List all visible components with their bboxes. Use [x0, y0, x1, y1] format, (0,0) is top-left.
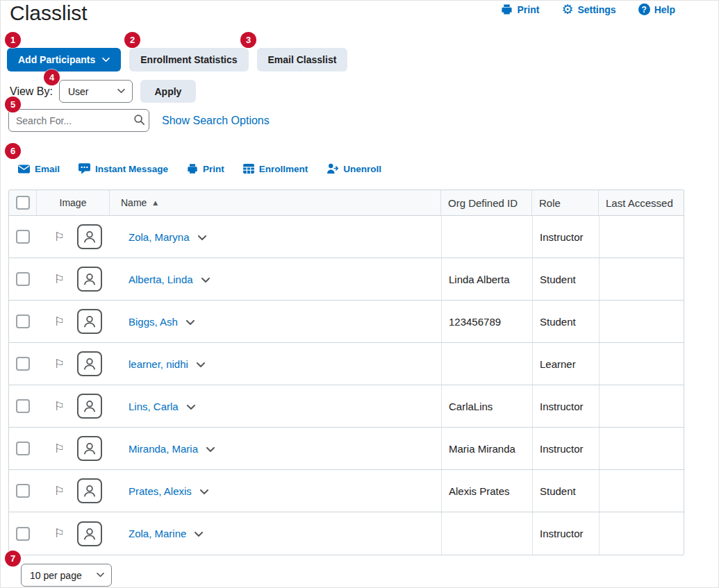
- participant-name-link[interactable]: Prates, Alexis: [129, 485, 192, 497]
- participant-name-link[interactable]: Zola, Maryna: [129, 231, 190, 243]
- header-name-label: Name: [121, 197, 147, 208]
- email-classlist-button[interactable]: Email Classlist: [257, 48, 348, 72]
- chevron-down-icon[interactable]: [206, 445, 215, 453]
- last-accessed-cell: [599, 343, 685, 385]
- header-image: Image: [37, 190, 110, 215]
- row-checkbox-cell: [9, 258, 37, 300]
- show-search-options-link[interactable]: Show Search Options: [162, 115, 270, 127]
- last-accessed-cell: [599, 258, 685, 300]
- per-page-select[interactable]: 10 per page: [21, 564, 112, 587]
- select-all-checkbox[interactable]: [16, 196, 30, 210]
- unenroll-action-label: Unenroll: [343, 164, 381, 174]
- role-cell: Learner: [532, 343, 599, 385]
- org-defined-id-cell: [441, 343, 532, 385]
- participant-name-link[interactable]: Miranda, Maria: [129, 443, 198, 455]
- print-link[interactable]: Print: [501, 3, 539, 15]
- table-header-row: Image Name ▲ Org Defined ID Role Last Ac…: [9, 190, 684, 216]
- row-checkbox[interactable]: [16, 272, 30, 286]
- help-label: Help: [654, 4, 675, 15]
- view-by-row: View By: User Apply: [10, 80, 196, 103]
- annotation-badge-7: 7: [5, 551, 21, 566]
- participant-name-link[interactable]: learner, nidhi: [129, 358, 188, 370]
- row-checkbox[interactable]: [16, 399, 30, 413]
- sort-ascending-icon: ▲: [153, 199, 158, 206]
- flag-icon[interactable]: ⚐: [54, 358, 65, 370]
- search-button[interactable]: [133, 114, 145, 128]
- enrollment-statistics-button[interactable]: Enrollment Statistics: [129, 48, 248, 72]
- row-checkbox-cell: [9, 470, 37, 512]
- flag-icon[interactable]: ⚐: [54, 274, 65, 285]
- flag-icon[interactable]: ⚐: [54, 528, 65, 539]
- row-name-cell: Miranda, Maria: [110, 428, 441, 469]
- settings-label: Settings: [577, 4, 615, 15]
- participant-name-link[interactable]: Alberta, Linda: [129, 274, 193, 285]
- printer-icon: [187, 163, 198, 174]
- row-checkbox-cell: [9, 385, 37, 427]
- participant-name-link[interactable]: Biggs, Ash: [129, 316, 178, 328]
- flag-icon[interactable]: ⚐: [54, 231, 65, 243]
- avatar: [77, 478, 102, 503]
- help-link[interactable]: ? Help: [638, 3, 675, 15]
- row-checkbox[interactable]: [16, 230, 30, 244]
- search-row: Show Search Options: [8, 109, 270, 132]
- enrollment-action[interactable]: Enrollment: [243, 164, 308, 174]
- chevron-down-icon[interactable]: [198, 233, 206, 241]
- row-image-cell: ⚐: [37, 258, 110, 300]
- row-checkbox-cell: [9, 343, 37, 385]
- row-checkbox[interactable]: [16, 442, 30, 455]
- chevron-down-icon[interactable]: [200, 487, 208, 495]
- envelope-icon: [18, 165, 30, 174]
- header-name-sort[interactable]: Name ▲: [110, 190, 441, 215]
- instant-message-action[interactable]: Instant Message: [78, 163, 168, 174]
- settings-link[interactable]: ⚙ Settings: [561, 3, 615, 16]
- row-checkbox-cell: [9, 428, 37, 469]
- enrollment-action-label: Enrollment: [259, 164, 308, 174]
- table-row: ⚐ Zola, Marine Instructor: [9, 512, 684, 555]
- participant-name-link[interactable]: Lins, Carla: [129, 401, 179, 412]
- header-org-defined-id: Org Defined ID: [441, 190, 532, 215]
- flag-icon[interactable]: ⚐: [54, 485, 65, 497]
- chevron-down-icon[interactable]: [197, 360, 205, 368]
- row-image-cell: ⚐: [37, 470, 110, 512]
- unenroll-action[interactable]: Unenroll: [327, 163, 381, 174]
- chevron-down-icon[interactable]: [187, 403, 195, 410]
- row-checkbox[interactable]: [16, 314, 30, 328]
- chevron-down-icon[interactable]: [201, 276, 210, 283]
- add-participants-label: Add Participants: [18, 54, 95, 65]
- avatar: [77, 351, 102, 376]
- print-action[interactable]: Print: [187, 163, 224, 174]
- flag-icon[interactable]: ⚐: [54, 401, 65, 412]
- table-row: ⚐ Biggs, Ash 123456789 Student: [9, 301, 684, 343]
- role-cell: Instructor: [532, 216, 599, 258]
- utility-nav: Print ⚙ Settings ? Help: [501, 3, 675, 16]
- last-accessed-cell: [599, 385, 685, 427]
- email-action-label: Email: [35, 164, 60, 174]
- avatar: [77, 436, 102, 461]
- row-checkbox[interactable]: [16, 527, 30, 541]
- search-input[interactable]: [8, 109, 149, 132]
- row-name-cell: Lins, Carla: [110, 385, 441, 427]
- avatar: [77, 394, 102, 419]
- view-by-select[interactable]: User: [59, 80, 133, 103]
- row-checkbox-cell: [9, 512, 37, 555]
- annotation-badge-1: 1: [5, 32, 21, 48]
- page-title: Classlist: [10, 1, 88, 25]
- apply-button[interactable]: Apply: [140, 80, 196, 103]
- flag-icon[interactable]: ⚐: [54, 443, 65, 455]
- chevron-down-icon[interactable]: [186, 318, 195, 326]
- chevron-down-icon[interactable]: [195, 530, 203, 537]
- org-defined-id-cell: [441, 216, 532, 258]
- email-action[interactable]: Email: [18, 164, 60, 174]
- table-row: ⚐ Alberta, Linda Linda Alberta Student: [9, 258, 684, 301]
- row-name-cell: Zola, Marine: [110, 512, 441, 555]
- participant-name-link[interactable]: Zola, Marine: [129, 528, 186, 539]
- row-image-cell: ⚐: [37, 216, 110, 258]
- primary-actions: Add Participants Enrollment Statistics E…: [7, 48, 347, 72]
- flag-icon[interactable]: ⚐: [54, 316, 65, 328]
- row-checkbox[interactable]: [16, 357, 30, 371]
- row-checkbox[interactable]: [16, 484, 30, 498]
- add-participants-button[interactable]: Add Participants: [7, 48, 121, 72]
- row-image-cell: ⚐: [37, 301, 110, 342]
- role-cell: Student: [532, 258, 599, 300]
- avatar: [77, 224, 102, 249]
